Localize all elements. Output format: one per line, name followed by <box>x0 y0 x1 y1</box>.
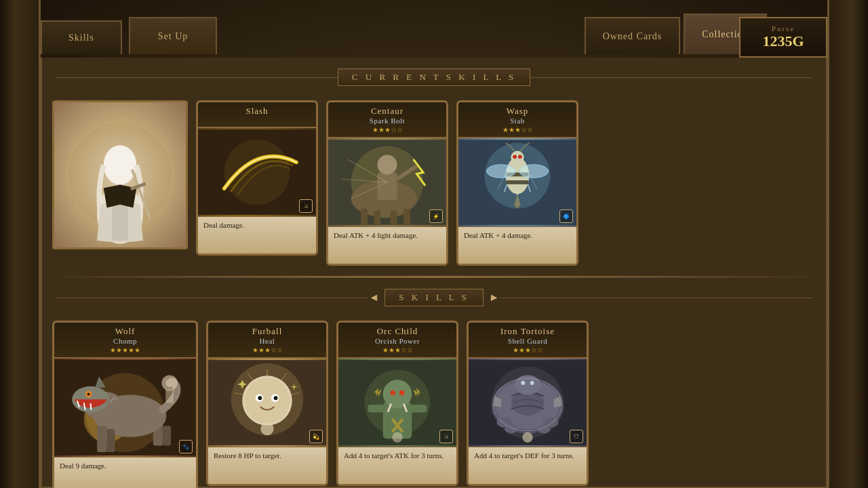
svg-point-43 <box>87 393 90 396</box>
wasp-svg <box>458 138 576 226</box>
furball-svg <box>208 359 326 447</box>
card-centaur-skill: Spark Bolt <box>334 117 441 125</box>
top-navigation: Skills Set Up Owned Cards Collection Dat… <box>41 0 827 58</box>
card-orc-skill: Orcish Power <box>344 337 451 345</box>
svg-rect-18 <box>403 209 410 225</box>
skills-nav-left[interactable]: ◄ <box>368 291 379 304</box>
orc-corner-icon: ⚔ <box>439 430 453 443</box>
card-tortoise-header: Iron Tortoise Shell Guard ★★★☆☆ <box>469 323 587 359</box>
card-centaur-desc: Deal ATK + 4 light damage. <box>328 226 446 264</box>
card-wasp-creature: Wasp <box>464 106 571 117</box>
svg-point-20 <box>378 155 397 174</box>
svg-point-54 <box>260 422 273 435</box>
svg-point-6 <box>104 145 137 184</box>
tab-owned-cards-label: Owned Cards <box>603 31 663 42</box>
card-centaur-creature: Centaur <box>334 106 441 117</box>
svg-point-49 <box>244 378 290 424</box>
svg-point-71 <box>530 381 534 385</box>
tab-skills[interactable]: Skills <box>41 20 122 54</box>
svg-point-53 <box>274 396 278 400</box>
section-divider <box>42 276 826 278</box>
svg-rect-45 <box>165 390 174 403</box>
card-tortoise-creature: Iron Tortoise <box>474 326 581 337</box>
purse-display: Purse 1235G <box>739 17 827 58</box>
card-wolf-image: 🐾 <box>54 359 196 457</box>
card-wolf-skill: Chomp <box>60 337 191 345</box>
skills-header-line-left <box>56 298 368 298</box>
card-tortoise-image: 🛡 <box>469 359 587 447</box>
svg-rect-17 <box>391 211 397 225</box>
card-furball-image: 💫 <box>208 359 326 447</box>
current-skills-section: Slash ⚔ Deal damage. <box>42 97 826 272</box>
card-slash[interactable]: Slash ⚔ Deal damage. <box>196 100 318 256</box>
svg-point-31 <box>518 155 522 159</box>
card-furball-desc: Restore 8 HP to target. <box>208 447 326 484</box>
card-furball[interactable]: Furball Heal ★★★☆☆ <box>206 321 328 486</box>
card-tortoise-skill: Shell Guard <box>474 337 581 345</box>
skills-nav-right[interactable]: ► <box>489 291 500 304</box>
card-wasp-skill: Stab <box>464 117 571 125</box>
svg-rect-15 <box>361 209 368 225</box>
wasp-corner-icon: 🔷 <box>559 209 573 223</box>
skills-header-content: ◄ S k i l l s ► <box>368 289 499 306</box>
svg-rect-36 <box>163 426 171 445</box>
svg-point-28 <box>519 165 549 178</box>
svg-rect-16 <box>374 211 381 225</box>
card-centaur[interactable]: Centaur Spark Bolt ★★★☆☆ <box>326 100 448 266</box>
header-line-left <box>56 77 338 78</box>
card-wolf-header: Wolf Chomp ★★★★★ <box>54 323 196 359</box>
svg-point-59 <box>390 390 395 396</box>
skills-header-row: ◄ S k i l l s ► <box>56 283 812 312</box>
card-slash-skill <box>203 117 311 125</box>
svg-point-30 <box>513 155 517 159</box>
card-furball-stars: ★★★☆☆ <box>214 346 321 354</box>
card-wasp-header: Wasp Stab ★★★☆☆ <box>458 102 576 138</box>
slash-corner-icon: ⚔ <box>299 199 313 213</box>
svg-rect-62 <box>410 405 427 413</box>
orc-svg <box>338 359 456 447</box>
skills-header-line-right <box>500 298 812 298</box>
card-wolf[interactable]: Wolf Chomp ★★★★★ <box>52 321 198 488</box>
svg-rect-19 <box>378 173 397 201</box>
skills-section: Wolf Chomp ★★★★★ <box>42 317 826 488</box>
svg-rect-7 <box>112 205 127 241</box>
centaur-svg <box>328 138 446 226</box>
portrait-inner <box>54 102 186 247</box>
svg-point-76 <box>522 432 532 443</box>
current-skills-header-row: C u r r e n t S k i l l s <box>56 63 812 92</box>
purse-value: 1235G <box>762 33 804 50</box>
card-wolf-desc: Deal 9 damage. <box>54 457 196 488</box>
card-orc-desc: Add 4 to target's ATK for 3 turns. <box>338 447 456 484</box>
svg-point-58 <box>383 380 412 409</box>
card-wolf-stars: ★★★★★ <box>60 346 191 354</box>
slash-svg <box>198 128 316 216</box>
card-furball-skill: Heal <box>214 337 321 345</box>
card-tortoise-desc: Add 4 to target's DEF for 3 turns. <box>469 447 587 484</box>
card-orc-image: ⚔ <box>338 359 456 447</box>
tab-owned-cards[interactable]: Owned Cards <box>585 17 681 54</box>
svg-rect-61 <box>368 405 384 413</box>
tab-setup-label: Set Up <box>158 31 189 42</box>
right-border <box>827 0 868 488</box>
card-orc[interactable]: Orc Child Orcish Power ★★★☆☆ <box>336 321 458 486</box>
card-wasp-stars: ★★★☆☆ <box>464 126 571 134</box>
portrait-svg <box>54 102 186 247</box>
svg-point-63 <box>392 432 402 443</box>
furball-corner-icon: 💫 <box>309 430 323 443</box>
card-wasp[interactable]: Wasp Stab ★★★☆☆ <box>456 100 578 266</box>
card-centaur-stars: ★★★☆☆ <box>334 126 441 134</box>
left-border <box>0 0 41 488</box>
card-wasp-image: 🔷 <box>458 138 576 226</box>
card-orc-header: Orc Child Orcish Power ★★★☆☆ <box>338 323 456 359</box>
svg-point-70 <box>521 381 525 385</box>
tab-setup[interactable]: Set Up <box>129 17 217 54</box>
card-tortoise[interactable]: Iron Tortoise Shell Guard ★★★☆☆ <box>467 321 589 486</box>
header-line-right <box>530 77 812 78</box>
card-wasp-desc: Deal ATK + 4 damage. <box>458 226 576 264</box>
svg-point-29 <box>511 151 524 164</box>
purse-label: Purse <box>772 24 795 33</box>
card-orc-stars: ★★★☆☆ <box>344 346 451 354</box>
current-skills-title: C u r r e n t S k i l l s <box>338 68 530 86</box>
svg-point-52 <box>258 396 262 400</box>
centaur-corner-icon: ⚡ <box>429 209 443 223</box>
